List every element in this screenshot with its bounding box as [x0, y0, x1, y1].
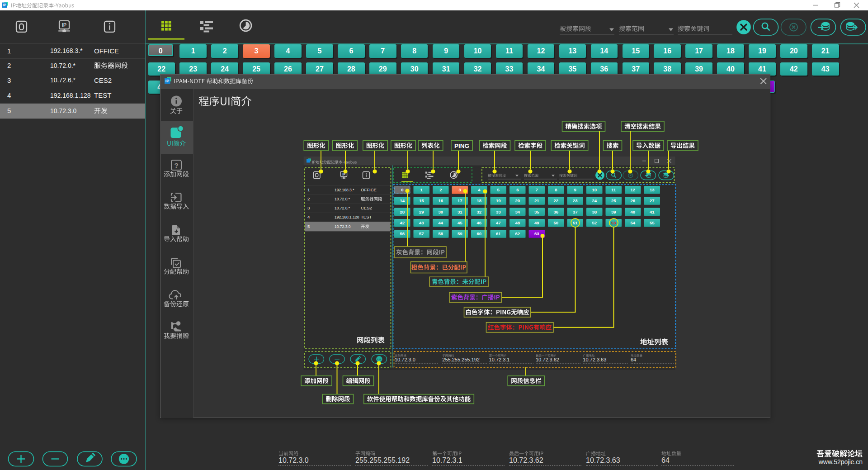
svg-text:255.255.255.192: 255.255.255.192	[442, 357, 480, 362]
svg-text:45: 45	[458, 220, 462, 225]
svg-text:58: 58	[439, 231, 443, 236]
svg-text:19: 19	[496, 198, 501, 203]
svg-text:64: 64	[631, 357, 636, 362]
svg-text:31: 31	[458, 209, 462, 214]
svg-text:25: 25	[611, 198, 616, 203]
svg-text:28: 28	[400, 209, 405, 214]
svg-text:IP: IP	[62, 22, 66, 28]
svg-text:PING: PING	[454, 142, 469, 149]
svg-text:10.72.0.*: 10.72.0.*	[335, 197, 350, 201]
svg-text:36: 36	[554, 209, 559, 214]
svg-text:4: 4	[478, 187, 481, 192]
svg-text:20: 20	[515, 198, 520, 203]
svg-text:50: 50	[554, 220, 559, 225]
svg-text:CES2: CES2	[361, 205, 372, 210]
svg-text:1: 1	[307, 187, 310, 192]
svg-text:39: 39	[611, 209, 616, 214]
svg-text:OFFICE: OFFICE	[361, 187, 377, 192]
svg-text:38: 38	[592, 209, 597, 214]
svg-text:37: 37	[573, 209, 578, 214]
svg-text:42: 42	[400, 220, 405, 225]
svg-text:2: 2	[307, 196, 310, 201]
svg-text:55: 55	[650, 220, 655, 225]
svg-text:43: 43	[419, 220, 424, 225]
svg-text:18: 18	[477, 198, 482, 203]
svg-text:6: 6	[516, 187, 519, 192]
svg-text:30: 30	[439, 209, 443, 214]
svg-text:5: 5	[307, 224, 310, 229]
svg-text:29: 29	[419, 209, 424, 214]
svg-text:15: 15	[419, 198, 424, 203]
svg-text:7: 7	[536, 187, 538, 192]
svg-text:IP: IP	[3, 3, 6, 7]
svg-text:61: 61	[496, 231, 501, 236]
svg-text:26: 26	[631, 198, 636, 203]
svg-text:8: 8	[555, 187, 557, 192]
svg-text:41: 41	[650, 209, 655, 214]
svg-text:0: 0	[401, 187, 403, 192]
svg-text:59: 59	[458, 231, 462, 236]
svg-text:53: 53	[611, 220, 616, 225]
svg-text:21: 21	[534, 198, 539, 203]
svg-text:40: 40	[631, 209, 636, 214]
svg-text:35: 35	[534, 209, 539, 214]
svg-text:17: 17	[458, 198, 462, 203]
svg-text:23: 23	[573, 198, 578, 203]
svg-text:48: 48	[515, 220, 520, 225]
svg-text:24: 24	[592, 198, 597, 203]
svg-text:47: 47	[496, 220, 501, 225]
svg-text:14: 14	[400, 198, 405, 203]
svg-text:13: 13	[650, 187, 655, 192]
svg-text:57: 57	[419, 231, 424, 236]
svg-text:34: 34	[515, 209, 520, 214]
svg-text:63: 63	[534, 231, 539, 236]
svg-text:192.168.3.*: 192.168.3.*	[335, 188, 354, 192]
svg-text:?: ?	[174, 161, 178, 169]
svg-text:27: 27	[650, 198, 655, 203]
svg-text:10.72.3.1: 10.72.3.1	[489, 357, 510, 362]
svg-text:51: 51	[573, 220, 578, 225]
svg-text:10.72.3.63: 10.72.3.63	[583, 357, 606, 362]
svg-text:4: 4	[307, 214, 310, 219]
svg-text:3: 3	[459, 187, 461, 192]
svg-text:IP: IP	[165, 79, 170, 83]
svg-text:22: 22	[554, 198, 559, 203]
svg-text:TEST: TEST	[361, 214, 372, 219]
svg-text:5: 5	[497, 187, 500, 192]
svg-text:33: 33	[496, 209, 501, 214]
svg-text:12: 12	[631, 187, 636, 192]
svg-text:2: 2	[439, 187, 442, 192]
svg-text:60: 60	[477, 231, 482, 236]
svg-text:52: 52	[592, 220, 597, 225]
svg-text:49: 49	[534, 220, 539, 225]
svg-text:44: 44	[439, 220, 443, 225]
svg-text:192.168.1.128: 192.168.1.128	[335, 215, 359, 219]
svg-text:10.72.6.*: 10.72.6.*	[335, 206, 350, 210]
svg-text:54: 54	[631, 220, 636, 225]
svg-text:46: 46	[477, 220, 482, 225]
svg-text:10: 10	[592, 187, 597, 192]
svg-text:32: 32	[477, 209, 482, 214]
svg-text:10.72.3.0: 10.72.3.0	[335, 224, 351, 229]
svg-text:62: 62	[515, 231, 520, 236]
svg-text:16: 16	[439, 198, 443, 203]
svg-text:9: 9	[574, 187, 576, 192]
svg-text:1: 1	[420, 187, 423, 192]
svg-text:11: 11	[611, 187, 616, 192]
svg-text:3: 3	[307, 205, 310, 210]
svg-text:10.72.3.0: 10.72.3.0	[395, 357, 415, 362]
svg-text:10.72.3.62: 10.72.3.62	[536, 357, 559, 362]
svg-text:56: 56	[400, 231, 405, 236]
